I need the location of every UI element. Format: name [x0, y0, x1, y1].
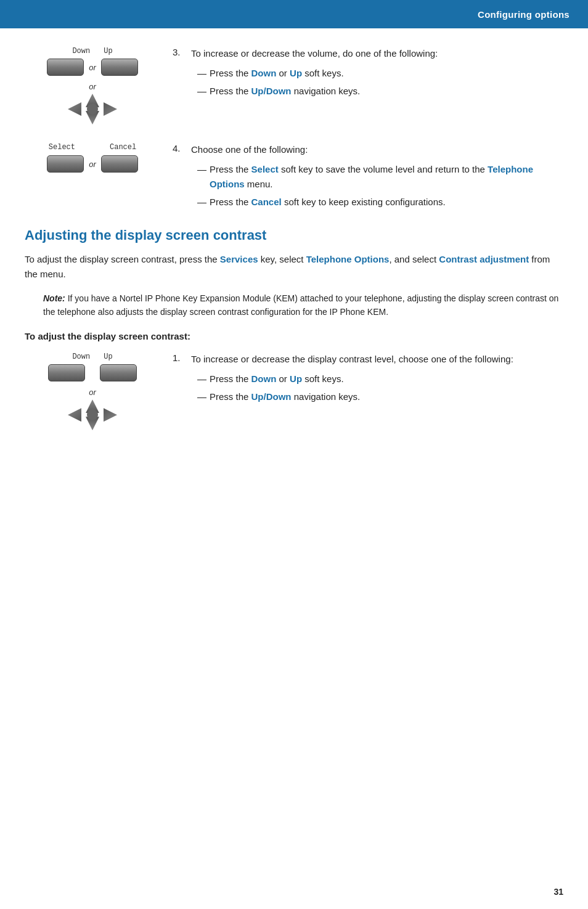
adj-dpad-center[interactable] [87, 409, 98, 420]
adj-up-button[interactable] [100, 364, 137, 381]
cancel-label: Cancel [110, 143, 136, 152]
step4-content: Choose one of the following: Press the S… [191, 143, 563, 213]
adjust-down-up-labels: Down Up [72, 353, 112, 363]
main-content: Down Up or or 3. [0, 28, 588, 473]
down-button[interactable] [47, 59, 84, 76]
adjust-step1-section: Down Up or 1. [25, 353, 563, 430]
or-select-cancel: or [89, 160, 96, 169]
step3-bullets: Press the Down or Up soft keys. Press th… [197, 66, 563, 99]
step4-images: Select Cancel or [25, 143, 160, 173]
to-adjust-heading: To adjust the display screen contrast: [25, 331, 563, 341]
step4-bullet2: Press the Cancel soft key to keep existi… [197, 195, 563, 210]
down-label: Down [72, 47, 90, 55]
adj-updown-nav-ref: Up/Down [251, 391, 292, 402]
adjust-step1-content: To increase or decrease the display cont… [191, 353, 563, 407]
select-key-ref: Select [251, 164, 279, 174]
page-number: 31 [553, 887, 563, 897]
adjust-step1-images: Down Up or [25, 353, 160, 430]
adjust-step1-intro: To increase or decrease the display cont… [191, 353, 563, 367]
up-key-ref: Up [290, 68, 302, 78]
step3-row: 3. To increase or decrease the volume, d… [173, 47, 563, 102]
or-label-between: or [89, 82, 96, 91]
up-label: Up [104, 47, 112, 55]
adj-dpad-left[interactable] [68, 408, 81, 422]
step3-text: 3. To increase or decrease the volume, d… [166, 47, 563, 104]
dpad-left-arrow[interactable] [68, 102, 81, 116]
contrast-adj-ref: Contrast adjustment [439, 254, 529, 264]
adj-down-ref: Down [251, 373, 277, 384]
step3-content: To increase or decrease the volume, do o… [191, 47, 563, 102]
step3-section: Down Up or or 3. [25, 47, 563, 124]
adjust-step1-row: 1. To increase or decrease the display c… [173, 353, 563, 407]
dpad-right-arrow[interactable] [104, 102, 117, 116]
adj-up-label: Up [104, 353, 112, 361]
up-button[interactable] [101, 59, 138, 76]
step4-section: Select Cancel or 4. Choose one of the fo… [25, 143, 563, 215]
select-button[interactable] [47, 155, 84, 173]
note-label: Note: [43, 293, 65, 303]
adj-dpad-navigation[interactable] [68, 399, 117, 430]
tel-options-ref2: Telephone Options [306, 254, 390, 264]
adjust-heading: Adjusting the display screen contrast [25, 227, 563, 243]
adjust-step1-number: 1. [173, 353, 191, 363]
note-block: Note: If you have a Nortel IP Phone Key … [43, 291, 563, 319]
step3-bullet1: Press the Down or Up soft keys. [197, 66, 563, 81]
note-text: If you have a Nortel IP Phone Key Expans… [43, 293, 558, 317]
select-label: Select [49, 143, 75, 152]
step4-bullet1: Press the Select soft key to save the vo… [197, 162, 563, 192]
adjust-bullet1: Press the Down or Up soft keys. [197, 372, 563, 386]
adj-or-label: or [89, 388, 96, 397]
header-bar: Configuring options [0, 0, 588, 28]
down-up-buttons: or [47, 59, 138, 76]
step3-images: Down Up or or [25, 47, 160, 124]
dpad-navigation[interactable] [68, 94, 117, 124]
dpad-center-btn[interactable] [87, 104, 98, 115]
adj-dpad-right[interactable] [104, 408, 117, 422]
adj-down-label: Down [72, 353, 90, 361]
cancel-button[interactable] [101, 155, 138, 173]
step4-row: 4. Choose one of the following: Press th… [173, 143, 563, 213]
step4-bullets: Press the Select soft key to save the vo… [197, 162, 563, 210]
services-ref: Services [220, 254, 258, 264]
or-label-inline: or [89, 63, 96, 72]
step4-text: 4. Choose one of the following: Press th… [166, 143, 563, 215]
adjust-step1-bullets: Press the Down or Up soft keys. Press th… [197, 372, 563, 404]
page-title: Configuring options [478, 9, 570, 20]
adj-down-button[interactable] [48, 364, 85, 381]
adj-up-ref: Up [290, 373, 302, 384]
down-key-ref: Down [251, 68, 277, 78]
updown-nav-ref: Up/Down [251, 86, 292, 96]
adjust-down-up-buttons [48, 364, 137, 381]
step3-bullet2: Press the Up/Down navigation keys. [197, 84, 563, 99]
adjust-step1-text: 1. To increase or decrease the display c… [166, 353, 563, 410]
adjust-bullet2: Press the Up/Down navigation keys. [197, 389, 563, 404]
step4-number: 4. [173, 143, 191, 153]
step3-number: 3. [173, 47, 191, 57]
down-up-labels: Down Up [72, 47, 112, 57]
adjust-intro: To adjust the display screen contrast, p… [25, 252, 563, 282]
cancel-key-ref: Cancel [251, 197, 282, 207]
step4-intro: Choose one of the following: [191, 143, 563, 157]
step3-intro: To increase or decrease the volume, do o… [191, 47, 563, 61]
